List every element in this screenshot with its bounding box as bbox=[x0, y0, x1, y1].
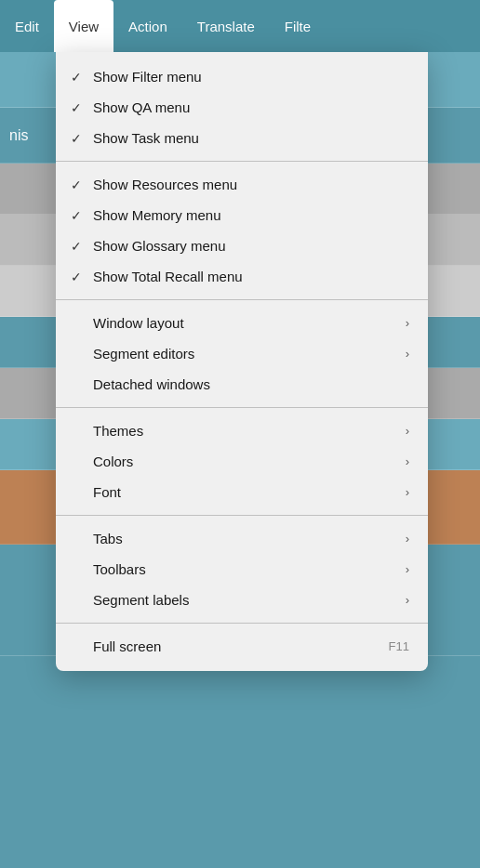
separator-5 bbox=[56, 623, 428, 624]
separator-2 bbox=[56, 299, 428, 300]
menu-label-window-layout: Window layout bbox=[93, 315, 406, 331]
menu-label-show-qa-menu: Show QA menu bbox=[93, 99, 409, 115]
arrow-icon: › bbox=[406, 593, 409, 607]
menu-label-tabs: Tabs bbox=[93, 531, 406, 546]
checkmark-icon: ✓ bbox=[71, 178, 89, 192]
menu-group-3: ✓ Window layout › ✓ Segment editors › ✓ … bbox=[56, 306, 428, 401]
arrow-icon: › bbox=[406, 454, 409, 468]
menu-group-4: ✓ Themes › ✓ Colors › ✓ Font › bbox=[56, 414, 428, 509]
arrow-icon: › bbox=[406, 562, 409, 576]
menubar-view[interactable]: View bbox=[54, 0, 113, 52]
menu-label-toolbars: Toolbars bbox=[93, 561, 406, 577]
menu-label-show-total-recall-menu: Show Total Recall menu bbox=[93, 269, 409, 284]
menu-item-toolbars[interactable]: ✓ Toolbars › bbox=[56, 554, 428, 585]
arrow-icon: › bbox=[406, 347, 409, 361]
view-dropdown-menu: ✓ Show Filter menu ✓ Show QA menu ✓ Show… bbox=[56, 52, 428, 671]
menu-item-full-screen[interactable]: ✓ Full screen F11 bbox=[56, 631, 428, 662]
menu-item-window-layout[interactable]: ✓ Window layout › bbox=[56, 308, 428, 338]
menu-group-6: ✓ Full screen F11 bbox=[56, 629, 428, 664]
menubar-action[interactable]: Action bbox=[113, 0, 182, 52]
menubar-translate[interactable]: Translate bbox=[182, 0, 270, 52]
menu-item-colors[interactable]: ✓ Colors › bbox=[56, 446, 428, 477]
separator-1 bbox=[56, 161, 428, 162]
separator-4 bbox=[56, 515, 428, 516]
menu-label-segment-labels: Segment labels bbox=[93, 592, 406, 608]
checkmark-icon: ✓ bbox=[71, 239, 89, 254]
menubar-filter-label: Filte bbox=[285, 19, 311, 34]
menu-item-show-glossary-menu[interactable]: ✓ Show Glossary menu bbox=[56, 230, 428, 261]
arrow-icon: › bbox=[406, 532, 409, 546]
checkmark-icon: ✓ bbox=[71, 208, 89, 223]
arrow-icon: › bbox=[406, 485, 409, 499]
menu-label-segment-editors: Segment editors bbox=[93, 346, 406, 362]
menubar-filter[interactable]: Filte bbox=[270, 0, 326, 52]
menu-item-show-task-menu[interactable]: ✓ Show Task menu bbox=[56, 123, 428, 153]
menu-group-5: ✓ Tabs › ✓ Toolbars › ✓ Segment labels › bbox=[56, 521, 428, 617]
menu-group-2: ✓ Show Resources menu ✓ Show Memory menu… bbox=[56, 167, 428, 294]
menu-item-segment-editors[interactable]: ✓ Segment editors › bbox=[56, 338, 428, 369]
menu-label-show-resources-menu: Show Resources menu bbox=[93, 177, 409, 192]
menu-label-show-task-menu: Show Task menu bbox=[93, 130, 409, 146]
menubar-action-label: Action bbox=[128, 19, 167, 34]
menu-label-themes: Themes bbox=[93, 423, 406, 439]
checkmark-icon: ✓ bbox=[71, 70, 89, 85]
menu-label-font: Font bbox=[93, 484, 406, 500]
menu-item-show-memory-menu[interactable]: ✓ Show Memory menu bbox=[56, 200, 428, 230]
menu-label-show-filter-menu: Show Filter menu bbox=[93, 69, 409, 85]
menu-item-detached-windows[interactable]: ✓ Detached windows bbox=[56, 369, 428, 400]
arrow-icon: › bbox=[406, 316, 409, 330]
menu-label-full-screen: Full screen bbox=[93, 638, 389, 654]
arrow-icon: › bbox=[406, 424, 409, 438]
menu-item-show-qa-menu[interactable]: ✓ Show QA menu bbox=[56, 92, 428, 123]
menu-label-show-memory-menu: Show Memory menu bbox=[93, 207, 409, 223]
menubar: Edit View Action Translate Filte bbox=[0, 0, 480, 52]
menu-group-1: ✓ Show Filter menu ✓ Show QA menu ✓ Show… bbox=[56, 59, 428, 155]
menu-item-show-total-recall-menu[interactable]: ✓ Show Total Recall menu bbox=[56, 261, 428, 292]
checkmark-icon: ✓ bbox=[71, 131, 89, 146]
menubar-view-label: View bbox=[69, 19, 99, 34]
menubar-edit[interactable]: Edit bbox=[0, 0, 54, 52]
menu-label-colors: Colors bbox=[93, 454, 406, 469]
menu-item-font[interactable]: ✓ Font › bbox=[56, 477, 428, 507]
menubar-edit-label: Edit bbox=[15, 19, 39, 34]
menu-item-tabs[interactable]: ✓ Tabs › bbox=[56, 523, 428, 554]
shortcut-f11: F11 bbox=[389, 639, 409, 653]
checkmark-icon: ✓ bbox=[71, 270, 89, 284]
separator-3 bbox=[56, 407, 428, 408]
menubar-translate-label: Translate bbox=[197, 19, 255, 34]
menu-item-themes[interactable]: ✓ Themes › bbox=[56, 415, 428, 446]
menu-item-show-filter-menu[interactable]: ✓ Show Filter menu bbox=[56, 61, 428, 92]
checkmark-icon: ✓ bbox=[71, 100, 89, 115]
menu-label-detached-windows: Detached windows bbox=[93, 376, 409, 392]
menu-item-segment-labels[interactable]: ✓ Segment labels › bbox=[56, 585, 428, 615]
menu-item-show-resources-menu[interactable]: ✓ Show Resources menu bbox=[56, 169, 428, 200]
menu-label-show-glossary-menu: Show Glossary menu bbox=[93, 238, 409, 254]
